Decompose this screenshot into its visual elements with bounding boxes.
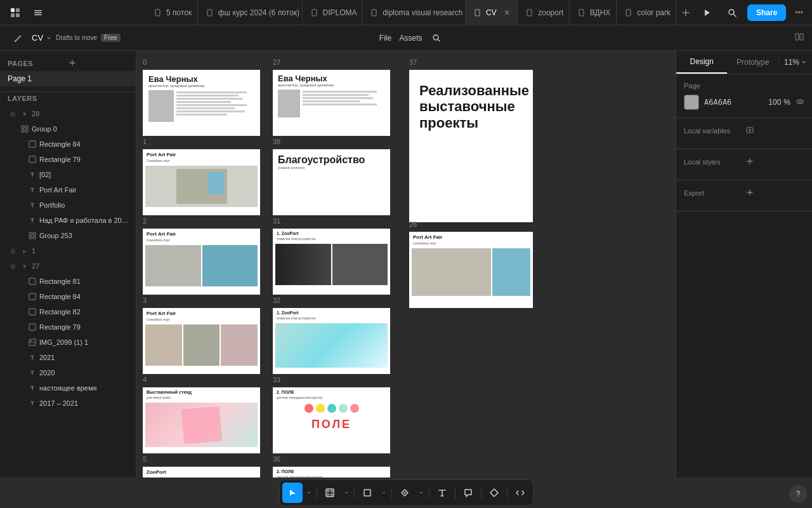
frame-1[interactable]: Port Art Fair Сенкабель порт xyxy=(143,149,260,215)
frame-number-37: 37 xyxy=(409,58,417,66)
tab-prototype[interactable]: Prototype xyxy=(727,51,778,73)
move-tool-button[interactable] xyxy=(282,483,303,503)
tab-diploma-visual[interactable]: diploma visual research xyxy=(362,0,466,25)
layer-group-253[interactable]: Group 253 xyxy=(0,228,136,243)
add-export-button[interactable] xyxy=(745,188,804,198)
collapse-left-panel[interactable] xyxy=(794,32,804,44)
svg-point-17 xyxy=(433,35,438,40)
shape-tool-button[interactable] xyxy=(357,483,377,503)
component-tool-button[interactable] xyxy=(484,483,504,503)
tab-zooport[interactable]: zooport xyxy=(518,0,570,25)
layer-text-2021[interactable]: T 2021 xyxy=(0,350,136,365)
tab-5-potok[interactable]: 5 поток xyxy=(146,0,198,25)
assets-menu-button[interactable]: Assets xyxy=(401,28,421,48)
file-menu-button[interactable]: File xyxy=(376,28,396,48)
tab-fsh-kurs[interactable]: фш курс 2024 (6 поток) xyxy=(198,0,303,25)
layer-rect-84-a[interactable]: Rectangle 84 xyxy=(0,137,136,152)
code-tool-button[interactable] xyxy=(510,483,530,503)
toolbar-main xyxy=(279,479,534,506)
page-color-swatch[interactable] xyxy=(684,95,699,110)
more-options-button[interactable]: ••• xyxy=(791,6,807,20)
frame-0[interactable]: Ева Черных архитектор, средовой дизайнер xyxy=(143,70,260,136)
shape-dropdown[interactable] xyxy=(379,490,389,495)
page-item-1[interactable]: Page 1 xyxy=(0,71,136,86)
svg-rect-26 xyxy=(29,232,32,235)
frame-35[interactable]: 2. ПОЛЕ детская площадка-конструктор xyxy=(273,467,390,478)
file-icon xyxy=(370,8,379,17)
frame-27[interactable]: Ева Черных архитектор, средовой дизайнер xyxy=(273,70,390,136)
frame-37[interactable]: Реализованные выставочные проекты xyxy=(409,70,533,222)
layer-group-28[interactable]: ⊞ ▾ 28 xyxy=(0,106,136,121)
search-button[interactable] xyxy=(426,28,447,48)
frame-28-col3[interactable]: Port Art Fair Сенкабель порт xyxy=(409,232,533,308)
frame-tool-button[interactable] xyxy=(320,483,340,503)
pen-dropdown[interactable] xyxy=(416,490,426,495)
visibility-toggle[interactable] xyxy=(796,97,804,108)
layer-text-nad-raf[interactable]: T Над РАФ я работала в 2023 г... xyxy=(0,213,136,228)
frame-5[interactable]: ZooPort бумажный проект 🐾 xyxy=(143,467,260,478)
help-button[interactable]: ? xyxy=(789,485,807,503)
frame-31[interactable]: 1. ZooPort плавучее благоустройство xyxy=(273,229,390,295)
layer-text-port-art-fair[interactable]: T Port Art Fair xyxy=(0,182,136,197)
layer-group-27[interactable]: ⊞ ▾ 27 xyxy=(0,258,136,274)
tab-close-icon[interactable]: ✕ xyxy=(502,8,512,18)
zoom-button[interactable] xyxy=(722,5,742,20)
frame-dropdown[interactable] xyxy=(341,490,351,495)
secondbar: CV Drafts to move Free File Assets xyxy=(0,25,812,51)
left-panel: Pages Page 1 Layers ⊞ ▾ 28 Group 0 xyxy=(0,51,136,478)
pen-tool-button[interactable] xyxy=(395,483,415,503)
file-title[interactable]: CV xyxy=(32,33,52,43)
frame-38[interactable]: Благоустройство (самое разное) xyxy=(273,149,390,215)
right-panel: Design Prototype 11% Page A6A6A6 100 % L… xyxy=(676,51,812,478)
layer-text-2017-2021[interactable]: T 2017 – 2021 xyxy=(0,396,136,411)
play-button[interactable] xyxy=(697,5,717,20)
frame-wrapper-3: 3 Port Art Fair Сенкабель порт xyxy=(143,308,260,374)
edit-mode-icon[interactable] xyxy=(8,28,28,48)
topbar-right: Share ••• xyxy=(697,4,807,21)
frame-number-1: 1 xyxy=(143,138,147,145)
layer-text-2020[interactable]: T 2020 xyxy=(0,365,136,380)
layer-rect-82[interactable]: Rectangle 82 xyxy=(0,304,136,319)
add-tab-button[interactable] xyxy=(676,3,695,23)
layer-text-portfolio[interactable]: T Portfolio xyxy=(0,197,136,213)
svg-rect-7 xyxy=(155,10,160,16)
share-button[interactable]: Share xyxy=(747,4,786,21)
canvas-inner[interactable]: 0 Ева Черных архитектор, средовой дизайн… xyxy=(136,51,676,478)
svg-rect-33 xyxy=(29,324,36,330)
add-local-styles-button[interactable] xyxy=(745,157,804,167)
text-layer-icon: T xyxy=(28,368,37,377)
add-page-button[interactable] xyxy=(68,58,128,69)
tab-design[interactable]: Design xyxy=(676,51,727,74)
layer-rect-79-a[interactable]: Rectangle 79 xyxy=(0,152,136,167)
add-local-variables-button[interactable] xyxy=(745,126,804,136)
svg-rect-40 xyxy=(364,490,370,496)
tab-diploma[interactable]: DIPLOMA xyxy=(303,0,363,25)
layer-rect-79-b[interactable]: Rectangle 79 xyxy=(0,319,136,335)
frame-32[interactable]: 1. ZooPort плавучее благоустройство xyxy=(273,308,390,374)
layers-toggle[interactable] xyxy=(28,3,48,23)
layer-text-02[interactable]: T [02] xyxy=(0,167,136,182)
home-icon[interactable] xyxy=(5,3,25,23)
layer-group-0[interactable]: Group 0 xyxy=(0,121,136,137)
tab-label: ВДНХ xyxy=(590,8,611,17)
canvas[interactable]: 0 Ева Черных архитектор, средовой дизайн… xyxy=(136,51,676,478)
comment-tool-button[interactable] xyxy=(458,483,478,503)
frame-2[interactable]: Port Art Fair Сенкабель порт xyxy=(143,229,260,295)
layer-rect-81[interactable]: Rectangle 81 xyxy=(0,274,136,289)
layer-text-nastoyashchee[interactable]: T настоящее время xyxy=(0,380,136,396)
frame-3[interactable]: Port Art Fair Сенкабель порт xyxy=(143,308,260,374)
text-layer-icon: T xyxy=(28,353,37,362)
frame-33[interactable]: 2. ПОЛЕ детская площадка-конструктор ПОЛ… xyxy=(273,387,390,453)
tab-color-park[interactable]: color park xyxy=(617,0,676,25)
layer-group-1[interactable]: ⊞ ▸ 1 xyxy=(0,243,136,258)
frame-number-4: 4 xyxy=(143,376,147,384)
pages-section-header: Pages xyxy=(0,56,136,71)
zoom-level[interactable]: 11% xyxy=(778,58,812,67)
layer-rect-84-b[interactable]: Rectangle 84 xyxy=(0,289,136,304)
tab-cv[interactable]: CV ✕ xyxy=(466,0,518,25)
text-tool-button[interactable] xyxy=(432,483,452,503)
tab-vdnkh[interactable]: ВДНХ xyxy=(570,0,617,25)
frame-4[interactable]: Выставочный стенд для ebinst studio xyxy=(143,387,260,453)
layer-img-2099[interactable]: IMG_2099 (1) 1 xyxy=(0,335,136,350)
move-dropdown[interactable] xyxy=(304,490,314,495)
